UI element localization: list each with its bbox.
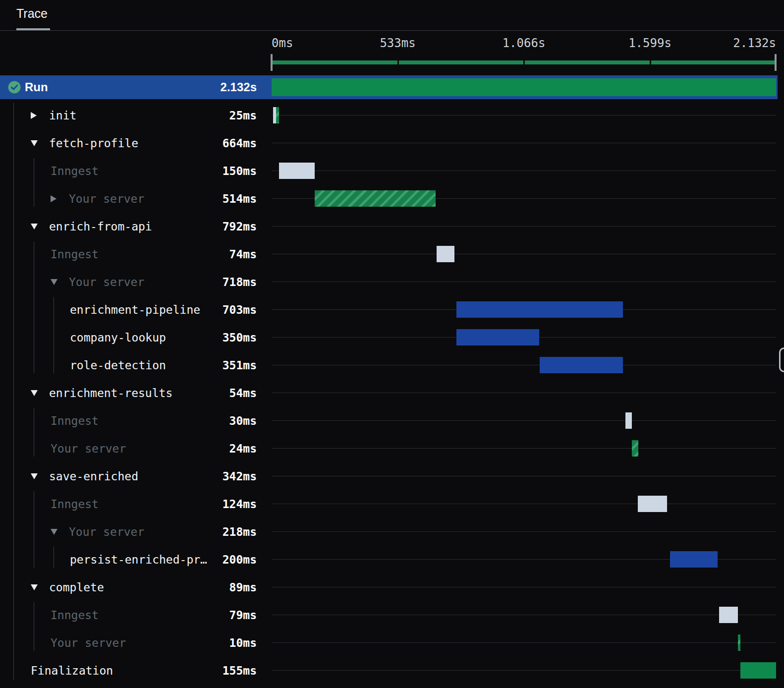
span-bar-server (315, 190, 436, 207)
row-track-line (272, 476, 776, 476)
expand-caret-icon[interactable] (51, 195, 56, 202)
collapse-caret-icon[interactable] (31, 584, 38, 590)
trace-row-inngest[interactable]: Inngest74ms (0, 240, 778, 268)
span-bar-execution (456, 301, 623, 318)
collapse-caret-icon[interactable] (31, 224, 38, 229)
row-duration: 342ms (223, 462, 257, 490)
run-row[interactable]: Run 2.132s (0, 75, 778, 99)
indent-guide (34, 408, 34, 457)
span-bar-queue (638, 496, 667, 512)
span-bar-server (632, 440, 638, 457)
row-duration: 792ms (223, 213, 257, 240)
row-track-line (272, 254, 776, 254)
trace-row-your-server[interactable]: Your server10ms (0, 629, 778, 657)
row-duration: 54ms (229, 379, 257, 407)
row-label: Inngest (51, 407, 99, 435)
trace-row-your-server[interactable]: Your server24ms (0, 435, 778, 462)
collapse-caret-icon[interactable] (51, 529, 57, 535)
tab-trace-label: Trace (16, 6, 48, 20)
row-track-line (272, 420, 776, 421)
trace-row-your-server[interactable]: Your server218ms (0, 518, 778, 546)
trace-row-persist-enriched-pr[interactable]: persist-enriched-pr…200ms (0, 546, 778, 573)
tab-trace[interactable]: Trace (16, 6, 48, 21)
expand-caret-icon[interactable] (31, 112, 37, 119)
minimap-end-tick (775, 54, 777, 71)
row-label: init (49, 102, 76, 129)
minimap-start-tick (271, 54, 273, 71)
row-duration: 89ms (229, 573, 257, 601)
axis-tick-label: 2.132s (733, 36, 776, 50)
trace-row-inngest[interactable]: Inngest79ms (0, 601, 778, 629)
row-track-line (272, 670, 776, 671)
row-track-line (272, 587, 776, 587)
row-label: Finalization (31, 657, 113, 685)
row-track-line (272, 365, 776, 365)
trace-row-enrichment-pipeline[interactable]: enrichment-pipeline703ms (0, 296, 778, 324)
row-label: persist-enriched-pr… (70, 546, 207, 573)
row-label: Inngest (51, 601, 99, 629)
row-label: Inngest (51, 240, 99, 268)
trace-row-complete[interactable]: complete89ms (0, 573, 778, 601)
trace-row-your-server[interactable]: Your server514ms (0, 185, 778, 213)
trace-row-save-enriched[interactable]: save-enriched342ms (0, 462, 778, 490)
row-label: fetch-profile (49, 129, 138, 157)
collapse-caret-icon[interactable] (31, 473, 38, 479)
row-duration: 25ms (229, 102, 257, 129)
row-duration: 218ms (223, 518, 257, 546)
trace-viewer: Trace 0ms533ms1.066s1.599s2.132s Run 2.1… (0, 0, 784, 688)
axis-tick-label: 0ms (272, 36, 293, 50)
trace-row-enrichment-results[interactable]: enrichment-results54ms (0, 379, 778, 407)
trace-row-inngest[interactable]: Inngest30ms (0, 407, 778, 435)
indent-guide (34, 602, 34, 651)
trace-row-enrich-from-api[interactable]: enrich-from-api792ms (0, 213, 778, 240)
row-duration: 10ms (229, 629, 257, 657)
row-label: enrich-from-api (49, 213, 152, 240)
indent-guide (34, 241, 34, 373)
row-track-line (272, 615, 776, 615)
row-track-line (272, 226, 776, 227)
row-track-line (272, 115, 776, 115)
row-label: Inngest (51, 490, 99, 518)
axis-tick-label: 1.599s (628, 36, 672, 50)
scroll-handle[interactable] (779, 347, 784, 372)
indent-guide (34, 491, 34, 568)
row-duration: 24ms (229, 435, 257, 462)
row-label: Your server (69, 185, 144, 213)
row-label: Your server (51, 629, 126, 657)
row-label: Your server (69, 518, 144, 546)
active-tab-underline (16, 28, 50, 30)
tabs-header: Trace (0, 0, 784, 31)
row-duration: 150ms (223, 157, 257, 185)
collapse-caret-icon[interactable] (51, 279, 57, 285)
collapse-caret-icon[interactable] (31, 140, 38, 146)
run-duration: 2.132s (221, 75, 257, 99)
run-span-bar (272, 78, 776, 96)
trace-row-role-detection[interactable]: role-detection351ms (0, 351, 778, 379)
row-label: Your server (69, 268, 144, 296)
row-track-line (272, 171, 776, 171)
row-duration: 30ms (229, 407, 257, 435)
row-duration: 350ms (223, 324, 257, 351)
trace-row-finalization[interactable]: Finalization155ms (0, 657, 778, 685)
span-bar-queue (279, 163, 315, 179)
trace-rows: init25msfetch-profile664msInngest150msYo… (0, 102, 778, 685)
trace-row-your-server[interactable]: Your server718ms (0, 268, 778, 296)
row-track-line (272, 531, 776, 532)
indent-guide (54, 547, 54, 568)
check-circle-icon (8, 81, 21, 94)
row-duration: 200ms (223, 546, 257, 573)
minimap-mid-tick (523, 56, 525, 65)
span-bar-execution (670, 551, 717, 568)
span-bar-server (276, 107, 279, 123)
trace-row-init[interactable]: init25ms (0, 102, 778, 129)
row-duration: 155ms (223, 657, 257, 685)
span-bar-queue (437, 246, 454, 262)
trace-row-fetch-profile[interactable]: fetch-profile664ms (0, 129, 778, 157)
row-label: complete (49, 573, 104, 601)
indent-guide (34, 158, 34, 207)
collapse-caret-icon[interactable] (31, 390, 38, 396)
trace-row-inngest[interactable]: Inngest150ms (0, 157, 778, 185)
trace-row-inngest[interactable]: Inngest124ms (0, 490, 778, 518)
run-label: Run (25, 75, 48, 99)
trace-row-company-lookup[interactable]: company-lookup350ms (0, 324, 778, 351)
